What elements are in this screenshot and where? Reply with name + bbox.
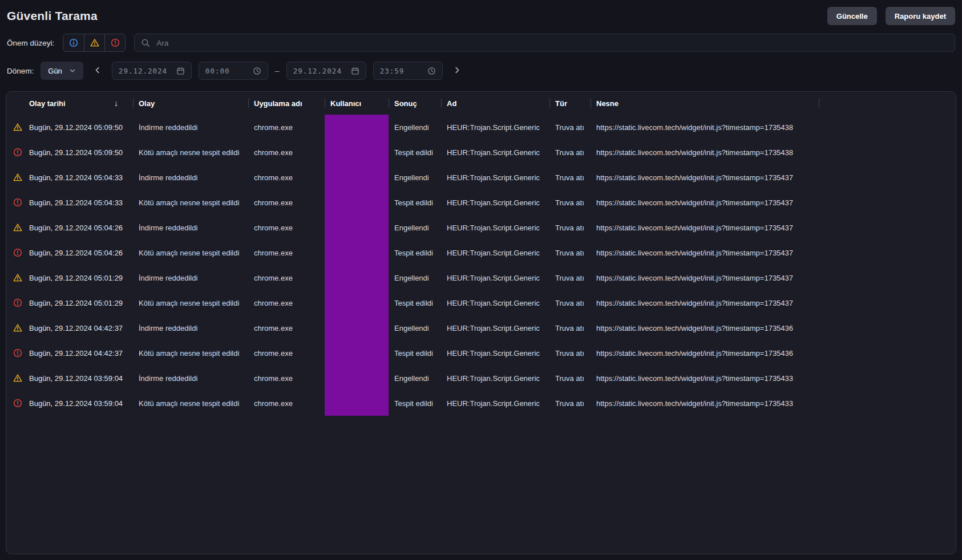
table-row[interactable]: Bugün, 29.12.2024 03:59:04İndirme redded… <box>6 366 956 391</box>
cell-user <box>325 315 389 340</box>
cell-date: Bugün, 29.12.2024 05:01:29 <box>29 274 133 282</box>
cell-user <box>325 140 389 165</box>
severity-warning-button[interactable] <box>84 34 104 51</box>
column-header-filler <box>819 92 950 115</box>
table-row[interactable]: Bugün, 29.12.2024 05:04:26Kötü amaçlı ne… <box>6 240 956 265</box>
cell-object: https://static.livecom.tech/widget/init.… <box>591 249 819 257</box>
cell-type: Truva atı <box>549 274 591 282</box>
cell-type: Truva atı <box>549 349 591 358</box>
cell-result: Tespit edildi <box>389 249 441 257</box>
critical-icon <box>12 298 29 307</box>
cell-object: https://static.livecom.tech/widget/init.… <box>591 198 819 207</box>
column-header-name[interactable]: Ad <box>441 92 549 115</box>
cell-name: HEUR:Trojan.Script.Generic <box>441 274 549 282</box>
column-header-event[interactable]: Olay <box>133 92 248 115</box>
critical-icon <box>12 198 29 207</box>
cell-type: Truva atı <box>549 324 591 332</box>
cell-result: Tespit edildi <box>389 399 441 408</box>
table-row[interactable]: Bugün, 29.12.2024 05:01:29İndirme redded… <box>6 265 956 290</box>
start-time-value: 00:00 <box>205 67 230 75</box>
severity-critical-button[interactable] <box>104 34 125 51</box>
table-row[interactable]: Bugün, 29.12.2024 05:09:50İndirme redded… <box>6 115 956 140</box>
cell-app: chrome.exe <box>248 148 325 157</box>
cell-type: Truva atı <box>549 249 591 257</box>
cell-event: İndirme reddedildi <box>133 123 248 132</box>
sort-desc-icon[interactable]: ↓ <box>114 99 118 108</box>
table-header: Olay tarihi↓OlayUygulama adıKullanıcıSon… <box>6 92 956 115</box>
topbar: Güvenli Tarama Güncelle Raporu kaydet <box>0 0 962 25</box>
range-separator: – <box>275 66 280 75</box>
period-label: Dönem: <box>7 67 34 75</box>
column-label: Olay <box>139 99 155 108</box>
table-row[interactable]: Bugün, 29.12.2024 04:42:37Kötü amaçlı ne… <box>6 340 956 366</box>
start-date-value: 29.12.2024 <box>119 67 167 75</box>
period-row: Dönem: Gün 29.12.2024 00:00 – 29.12.2024… <box>0 62 962 80</box>
cell-object: https://static.livecom.tech/widget/init.… <box>591 399 819 408</box>
end-date-field[interactable]: 29.12.2024 <box>286 62 366 80</box>
cell-name: HEUR:Trojan.Script.Generic <box>441 198 549 207</box>
table-row[interactable]: Bugün, 29.12.2024 05:01:29Kötü amaçlı ne… <box>6 290 956 315</box>
column-header-result[interactable]: Sonuç <box>389 92 441 115</box>
chevron-right-icon <box>453 66 461 76</box>
severity-info-button[interactable] <box>63 34 84 51</box>
cell-result: Engellendi <box>389 123 441 132</box>
start-time-field[interactable]: 00:00 <box>199 62 268 80</box>
search-field[interactable] <box>134 34 955 52</box>
start-date-field[interactable]: 29.12.2024 <box>112 62 192 80</box>
cell-app: chrome.exe <box>248 249 325 257</box>
cell-object: https://static.livecom.tech/widget/init.… <box>591 123 819 132</box>
warning-icon <box>12 374 29 383</box>
column-header-date[interactable]: Olay tarihi↓ <box>29 92 133 115</box>
save-report-button[interactable]: Raporu kaydet <box>886 7 955 25</box>
update-button[interactable]: Güncelle <box>827 7 877 25</box>
table-row[interactable]: Bugün, 29.12.2024 05:09:50Kötü amaçlı ne… <box>6 140 956 165</box>
cell-user <box>325 340 389 366</box>
cell-name: HEUR:Trojan.Script.Generic <box>441 299 549 307</box>
cell-result: Tespit edildi <box>389 299 441 307</box>
cell-name: HEUR:Trojan.Script.Generic <box>441 173 549 182</box>
critical-icon <box>12 148 29 157</box>
table-row[interactable]: Bugün, 29.12.2024 05:04:26İndirme redded… <box>6 215 956 240</box>
cell-user <box>325 165 389 190</box>
events-table-panel: Olay tarihi↓OlayUygulama adıKullanıcıSon… <box>6 91 956 554</box>
cell-app: chrome.exe <box>248 198 325 207</box>
cell-name: HEUR:Trojan.Script.Generic <box>441 349 549 358</box>
severity-label: Önem düzeyi: <box>7 39 54 47</box>
previous-period-button[interactable] <box>90 62 105 80</box>
cell-user <box>325 290 389 315</box>
next-period-button[interactable] <box>450 62 464 80</box>
cell-user <box>325 391 389 416</box>
column-header-user[interactable]: Kullanıcı <box>325 92 389 115</box>
end-time-field[interactable]: 23:59 <box>373 62 443 80</box>
cell-date: Bugün, 29.12.2024 05:04:26 <box>29 224 133 232</box>
cell-name: HEUR:Trojan.Script.Generic <box>441 374 549 383</box>
table-row[interactable]: Bugün, 29.12.2024 04:42:37İndirme redded… <box>6 315 956 340</box>
cell-result: Tespit edildi <box>389 198 441 207</box>
cell-app: chrome.exe <box>248 299 325 307</box>
table-row[interactable]: Bugün, 29.12.2024 03:59:04Kötü amaçlı ne… <box>6 391 956 416</box>
warning-icon <box>12 123 29 132</box>
cell-name: HEUR:Trojan.Script.Generic <box>441 249 549 257</box>
clock-icon <box>427 67 436 75</box>
cell-event: Kötü amaçlı nesne tespit edildi <box>133 148 248 157</box>
cell-type: Truva atı <box>549 224 591 232</box>
critical-icon <box>12 399 29 408</box>
cell-date: Bugün, 29.12.2024 05:01:29 <box>29 299 133 307</box>
cell-object: https://static.livecom.tech/widget/init.… <box>591 299 819 307</box>
page-title: Güvenli Tarama <box>7 9 98 23</box>
warning-icon <box>12 273 29 282</box>
cell-object: https://static.livecom.tech/widget/init.… <box>591 274 819 282</box>
cell-event: Kötü amaçlı nesne tespit edildi <box>133 399 248 408</box>
column-header-object[interactable]: Nesne <box>591 92 819 115</box>
column-label: Olay tarihi <box>29 99 66 108</box>
column-header-app[interactable]: Uygulama adı <box>248 92 325 115</box>
table-row[interactable]: Bugün, 29.12.2024 05:04:33İndirme redded… <box>6 165 956 190</box>
cell-type: Truva atı <box>549 374 591 383</box>
critical-icon <box>12 348 29 358</box>
period-select[interactable]: Gün <box>41 62 83 80</box>
cell-user <box>325 265 389 290</box>
search-input[interactable] <box>155 38 948 48</box>
column-header-type[interactable]: Tür <box>549 92 591 115</box>
cell-result: Tespit edildi <box>389 349 441 358</box>
table-row[interactable]: Bugün, 29.12.2024 05:04:33Kötü amaçlı ne… <box>6 190 956 215</box>
